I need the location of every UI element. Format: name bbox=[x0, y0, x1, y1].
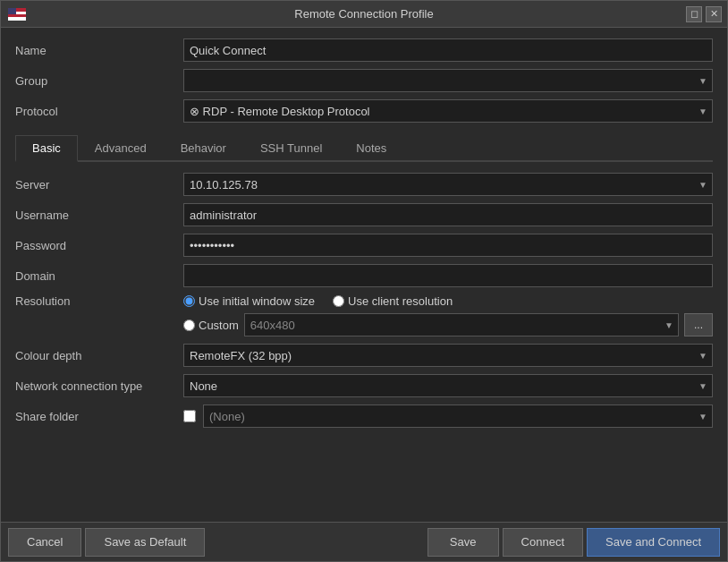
custom-resolution-select-wrapper: 640x480 800x600 1024x768 1280x1024 ▼ bbox=[244, 313, 679, 336]
svg-rect-4 bbox=[8, 8, 16, 14]
password-input[interactable] bbox=[183, 234, 713, 257]
share-folder-select[interactable]: (None) bbox=[203, 404, 713, 428]
username-input[interactable] bbox=[183, 203, 713, 226]
titlebar: Remote Connection Profile ◻ ✕ bbox=[1, 1, 727, 28]
save-connect-button[interactable]: Save and Connect bbox=[587, 528, 720, 557]
custom-resolution-row: Custom 640x480 800x600 1024x768 1280x102… bbox=[183, 313, 713, 336]
app-logo bbox=[8, 8, 26, 21]
group-select[interactable] bbox=[183, 69, 713, 92]
share-folder-checkbox-wrapper bbox=[183, 410, 196, 422]
protocol-label: Protocol bbox=[15, 105, 176, 118]
protocol-select[interactable]: ⊗ RDP - Remote Desktop Protocol VNC - Vi… bbox=[183, 99, 713, 123]
colour-depth-select[interactable]: RemoteFX (32 bpp) True colour (24 bpp) H… bbox=[183, 344, 713, 367]
domain-label: Domain bbox=[15, 269, 176, 283]
password-label: Password bbox=[15, 239, 176, 252]
domain-input[interactable] bbox=[183, 264, 713, 287]
custom-resolution-select[interactable]: 640x480 800x600 1024x768 1280x1024 bbox=[244, 313, 679, 336]
resolution-ellipsis-button[interactable]: ... bbox=[684, 313, 713, 336]
footer: Cancel Save as Default Save Connect Save… bbox=[1, 522, 727, 561]
name-label: Name bbox=[15, 44, 176, 57]
share-folder-select-wrapper: (None) ▼ bbox=[203, 404, 713, 428]
domain-row: Domain bbox=[15, 264, 713, 287]
footer-left-buttons: Cancel Save as Default bbox=[8, 528, 205, 557]
connect-button[interactable]: Connect bbox=[503, 528, 583, 557]
resolution-custom-radio[interactable] bbox=[183, 319, 195, 331]
svg-rect-3 bbox=[8, 17, 26, 21]
resolution-initial-radio[interactable] bbox=[183, 295, 195, 307]
tab-basic[interactable]: Basic bbox=[15, 135, 78, 162]
svg-rect-2 bbox=[8, 14, 26, 17]
tab-advanced[interactable]: Advanced bbox=[78, 135, 164, 162]
resolution-custom-option[interactable]: Custom bbox=[183, 319, 239, 332]
network-select-wrapper: None Modem (56 Kbps) Low-speed broadband… bbox=[183, 374, 713, 397]
tabs-bar: Basic Advanced Behavior SSH Tunnel Notes bbox=[15, 133, 713, 162]
protocol-select-wrapper: ⊗ RDP - Remote Desktop Protocol VNC - Vi… bbox=[183, 99, 713, 123]
username-label: Username bbox=[15, 209, 176, 222]
footer-right-buttons: Save Connect Save and Connect bbox=[427, 528, 720, 557]
basic-tab-content: Server 10.10.125.78 ▼ Username Password bbox=[15, 173, 713, 511]
tab-behavior[interactable]: Behavior bbox=[164, 135, 243, 162]
protocol-row: Protocol ⊗ RDP - Remote Desktop Protocol… bbox=[15, 99, 713, 123]
resolution-client-label: Use client resolution bbox=[348, 294, 453, 308]
share-folder-checkbox[interactable] bbox=[183, 410, 196, 422]
window-controls: ◻ ✕ bbox=[686, 6, 722, 22]
close-button[interactable]: ✕ bbox=[706, 6, 722, 22]
maximize-button[interactable]: ◻ bbox=[686, 6, 702, 22]
colour-depth-label: Colour depth bbox=[15, 349, 176, 362]
name-row: Name bbox=[15, 38, 713, 62]
save-default-button[interactable]: Save as Default bbox=[85, 528, 205, 557]
resolution-options: Use initial window size Use client resol… bbox=[183, 294, 713, 336]
content-area: Name Group ▼ Protocol ⊗ RDP - Remote Des… bbox=[1, 28, 727, 522]
server-label: Server bbox=[15, 178, 176, 192]
resolution-initial-option[interactable]: Use initial window size bbox=[183, 294, 315, 308]
tab-notes[interactable]: Notes bbox=[339, 135, 403, 162]
server-select-wrapper: 10.10.125.78 ▼ bbox=[183, 173, 713, 196]
group-label: Group bbox=[15, 74, 176, 88]
server-row: Server 10.10.125.78 ▼ bbox=[15, 173, 713, 196]
resolution-client-radio[interactable] bbox=[333, 295, 344, 307]
network-label: Network connection type bbox=[15, 379, 176, 393]
colour-depth-row: Colour depth RemoteFX (32 bpp) True colo… bbox=[15, 344, 713, 367]
share-folder-label: Share folder bbox=[15, 410, 176, 423]
group-select-wrapper: ▼ bbox=[183, 69, 713, 92]
password-row: Password bbox=[15, 234, 713, 257]
main-window: Remote Connection Profile ◻ ✕ Name Group… bbox=[0, 0, 728, 562]
tab-ssh-tunnel[interactable]: SSH Tunnel bbox=[243, 135, 339, 162]
save-button[interactable]: Save bbox=[427, 528, 499, 557]
window-title: Remote Connection Profile bbox=[294, 7, 433, 21]
resolution-initial-label: Use initial window size bbox=[199, 294, 315, 308]
group-row: Group ▼ bbox=[15, 69, 713, 92]
network-select[interactable]: None Modem (56 Kbps) Low-speed broadband… bbox=[183, 374, 713, 397]
username-row: Username bbox=[15, 203, 713, 226]
resolution-row: Resolution Use initial window size Use c… bbox=[15, 294, 713, 336]
colour-depth-select-wrapper: RemoteFX (32 bpp) True colour (24 bpp) H… bbox=[183, 344, 713, 367]
cancel-button[interactable]: Cancel bbox=[8, 528, 81, 557]
name-input[interactable] bbox=[183, 38, 713, 62]
resolution-custom-label: Custom bbox=[199, 319, 239, 332]
resolution-label: Resolution bbox=[15, 294, 176, 308]
share-folder-row: Share folder (None) ▼ bbox=[15, 404, 713, 428]
resolution-client-option[interactable]: Use client resolution bbox=[333, 294, 453, 308]
server-select[interactable]: 10.10.125.78 bbox=[183, 173, 713, 196]
network-row: Network connection type None Modem (56 K… bbox=[15, 374, 713, 397]
